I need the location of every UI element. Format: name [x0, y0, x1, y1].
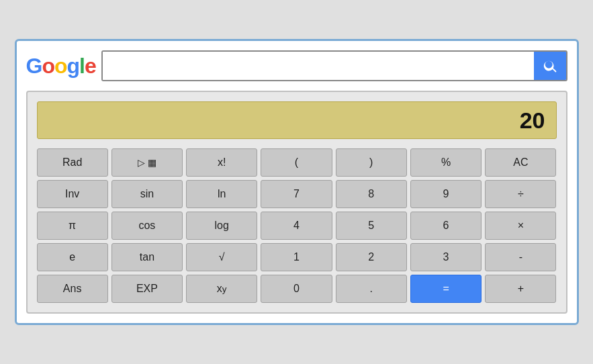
display-value: 20 [520, 107, 545, 134]
btn-5[interactable]: 5 [336, 212, 407, 240]
btn-sin[interactable]: sin [111, 180, 183, 208]
btn-subtract[interactable]: - [485, 243, 556, 271]
btn-rad[interactable]: Rad [37, 148, 108, 177]
btn-2[interactable]: 2 [336, 243, 407, 271]
btn-close-paren[interactable]: ) [336, 148, 407, 177]
btn-open-paren[interactable]: ( [261, 148, 332, 177]
search-icon [543, 58, 557, 73]
btn-factorial[interactable]: x! [186, 148, 257, 177]
btn-cos[interactable]: cos [111, 212, 183, 240]
btn-sqrt[interactable]: √ [186, 243, 257, 271]
cursor-icon: ▷ ▦ [138, 157, 156, 168]
btn-1[interactable]: 1 [261, 243, 332, 271]
google-logo: Google [26, 54, 96, 79]
calculator-grid: Rad ▷ ▦ x! ( ) % AC Inv sin ln 7 8 9 ÷ π… [37, 148, 557, 303]
btn-divide[interactable]: ÷ [485, 180, 556, 208]
btn-pi[interactable]: π [37, 212, 108, 240]
btn-tan[interactable]: tan [111, 243, 183, 271]
btn-ans[interactable]: Ans [37, 275, 108, 303]
btn-8[interactable]: 8 [336, 180, 407, 208]
calculator-widget: Google 5+(6*5)/2 = ? 20 Rad ▷ ▦ x! ( ) [15, 39, 579, 325]
btn-inv[interactable]: Inv [37, 180, 108, 208]
btn-exp[interactable]: EXP [111, 275, 183, 303]
btn-7[interactable]: 7 [261, 180, 332, 208]
search-button[interactable] [534, 52, 566, 80]
btn-equals[interactable]: = [410, 275, 482, 303]
btn-e[interactable]: e [37, 243, 108, 271]
calculator-panel: 20 Rad ▷ ▦ x! ( ) % AC Inv sin ln 7 8 9 … [26, 91, 567, 314]
btn-3[interactable]: 3 [410, 243, 482, 271]
btn-multiply[interactable]: × [485, 212, 556, 240]
btn-percent[interactable]: % [410, 148, 482, 177]
btn-0[interactable]: 0 [261, 275, 332, 303]
btn-4[interactable]: 4 [261, 212, 332, 240]
search-input[interactable]: 5+(6*5)/2 = ? [103, 52, 534, 80]
btn-ln[interactable]: ln [186, 180, 257, 208]
btn-power[interactable]: xy [186, 275, 257, 303]
btn-decimal[interactable]: . [336, 275, 407, 303]
btn-add[interactable]: + [485, 275, 556, 303]
btn-ac[interactable]: AC [485, 148, 556, 177]
btn-log[interactable]: log [186, 212, 257, 240]
btn-9[interactable]: 9 [410, 180, 482, 208]
calculator-display: 20 [37, 101, 557, 139]
search-input-wrapper: 5+(6*5)/2 = ? [101, 50, 567, 81]
btn-mode[interactable]: ▷ ▦ [111, 148, 183, 177]
search-bar: Google 5+(6*5)/2 = ? [26, 50, 567, 81]
btn-6[interactable]: 6 [410, 212, 482, 240]
